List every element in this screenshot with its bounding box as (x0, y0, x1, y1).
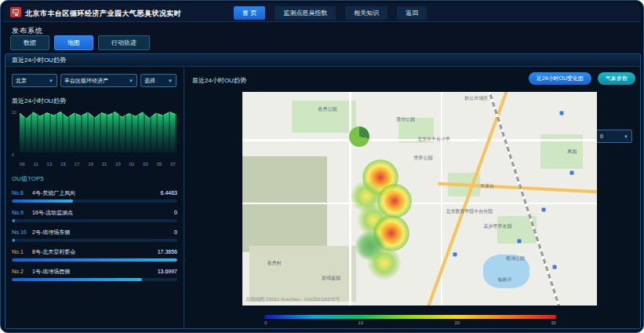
app-logo-icon (10, 7, 21, 17)
area-chart (20, 112, 176, 152)
map-section-title: 最近24小时OU趋势 (192, 76, 246, 85)
map-place-label: 北京教育学院丰台分院 (446, 208, 493, 215)
point-name: 16号-流动监测点 (32, 209, 174, 217)
chevron-down-icon: ▼ (624, 134, 628, 139)
rank-badge: No.6 (12, 190, 32, 196)
progress-fill (12, 258, 177, 262)
map-place-label: 世界公园 (414, 155, 433, 162)
tab-data[interactable]: 数据 (10, 35, 49, 50)
trend-chart-title: 最近24小时OU趋势 (12, 97, 177, 105)
x-tick: 13 (47, 162, 53, 166)
heatmap-blob (349, 126, 369, 147)
x-tick: 01 (129, 162, 135, 166)
list-item[interactable]: No.1 8号-北天堂村委会 17.3856 (12, 248, 177, 262)
app-title: 北京市丰台区循环经济产业园大气恶臭状况实时 (25, 9, 182, 19)
rank-badge: No.10 (12, 229, 32, 235)
city-select-value: 北京 (16, 77, 27, 85)
map-poi-icon (542, 207, 546, 211)
rank-badge: No.2 (12, 269, 32, 274)
map-place-label: 大葆台 (480, 182, 494, 189)
point-name: 1号-填埋场西侧 (32, 268, 158, 276)
site-select[interactable]: 选择 ▼ (140, 74, 176, 87)
point-value: 6.4463 (161, 190, 177, 196)
map-poi-icon (517, 240, 521, 243)
map-place-label: 花乡世界名园 (483, 223, 511, 230)
top5-list: No.6 4号-焚烧厂上风向 6.4463 No.9 16号-流动监测点 0 (12, 189, 177, 281)
point-name: 8号-北天堂村委会 (32, 248, 158, 256)
x-tick: 05 (157, 162, 162, 166)
map-place-label: 富锦嘉园 (322, 274, 340, 281)
list-item[interactable]: No.10 2号-填埋场东侧 0 (12, 229, 177, 242)
ou-change-chart-button[interactable]: 近24小时OU变化图 (529, 72, 591, 85)
progress-track (12, 199, 177, 203)
point-value: 0 (174, 210, 177, 215)
legend-tick: 0 (264, 320, 267, 325)
park-select[interactable]: 丰台区循环经济产 ▼ (60, 74, 137, 87)
x-tick: 17 (75, 162, 80, 166)
nav-item-odor-index[interactable]: 监测点恶臭指数 (275, 6, 336, 20)
x-tick: 09 (20, 162, 25, 166)
legend-tick: 10 (358, 320, 364, 325)
park-select-value: 丰台区循环经济产 (64, 77, 108, 85)
filter-row: 北京 ▼ 丰台区循环经济产 ▼ 选择 ▼ (12, 74, 177, 87)
app-window: 北京市丰台区循环经济产业园大气恶臭状况实时 首 页 监测点恶臭指数 相关知识 返… (0, 0, 644, 333)
tab-map[interactable]: 地图 (54, 35, 93, 50)
nav-item-back[interactable]: 返回 (397, 6, 427, 20)
map-poi-icon (552, 265, 556, 269)
map-place-label: 榆树庄 (497, 276, 511, 284)
site-select-value: 选择 (144, 77, 155, 85)
top5-title: OU值TOP5 (12, 174, 177, 183)
heatmap-blob (368, 247, 401, 280)
list-item[interactable]: No.2 1号-填埋场西侧 13.6997 (12, 268, 177, 281)
main-panel: 最近24小时OU趋势 北京 ▼ 丰台区循环经济产 ▼ 选择 ▼ 最近24小时OU… (5, 53, 641, 329)
list-item[interactable]: No.6 4号-焚烧厂上风向 6.4463 (12, 189, 177, 203)
heatmap-legend: 0102030 (264, 315, 556, 325)
rank-badge: No.1 (12, 249, 32, 254)
x-tick: 23 (115, 162, 121, 166)
map-place-label: 郭公庄地区 (464, 95, 488, 102)
left-sidebar: 北京 ▼ 丰台区循环经济产 ▼ 选择 ▼ 最近24小时OU趋势 10 0 (5, 68, 184, 328)
map-place-label: 看丹公园 (318, 105, 337, 112)
progress-track (12, 258, 177, 262)
map-place-label: 银湖公园 (506, 255, 525, 262)
x-tick: 07 (170, 162, 176, 166)
chevron-down-icon: ▼ (129, 79, 133, 83)
x-tick: 21 (102, 162, 107, 166)
map-layer-select-value: 0 (600, 134, 603, 139)
y-axis-max-label: 10 (12, 110, 16, 115)
x-tick: 15 (60, 162, 66, 166)
panel-header: 最近24小时OU趋势 (5, 54, 640, 67)
nav-item-knowledge[interactable]: 相关知识 (345, 6, 387, 20)
map-poi-icon (570, 171, 574, 175)
list-item[interactable]: No.9 16号-流动监测点 0 (12, 209, 177, 222)
point-value: 0 (174, 229, 177, 235)
map-poi-icon (559, 112, 563, 115)
tab-track[interactable]: 行动轨迹 (98, 35, 150, 50)
trend-chart: 10 0 091113151719212301030507 (12, 110, 177, 166)
x-tick: 11 (34, 162, 38, 166)
weather-params-button[interactable]: 气象参数 (598, 72, 635, 85)
map-layer-select[interactable]: 0 ▼ (596, 130, 632, 143)
legend-gradient-bar (264, 315, 556, 319)
chevron-down-icon: ▼ (49, 79, 53, 83)
header-bar: 北京市丰台区循环经济产业园大气恶臭状况实时 首 页 监测点恶臭指数 相关知识 返… (3, 3, 641, 22)
rank-badge: No.9 (12, 210, 32, 215)
x-tick: 19 (88, 162, 93, 166)
map-place-label: 果园 (567, 148, 577, 156)
legend-tick: 30 (551, 320, 556, 325)
legend-tick: 20 (454, 320, 460, 325)
nav-item-home[interactable]: 首 页 (234, 6, 265, 20)
x-axis-ticks: 091113151719212301030507 (20, 162, 176, 166)
main-nav: 首 页 监测点恶臭指数 相关知识 返回 (234, 6, 427, 20)
x-tick: 03 (143, 162, 148, 166)
map-canvas[interactable]: 看丹公园郭公庄地区景华公园北京市丰台小学世界公园大葆台北京教育学院丰台分院花乡世… (242, 92, 597, 306)
progress-fill (12, 199, 73, 203)
legend-tick-labels: 0102030 (264, 320, 556, 325)
progress-track (12, 239, 177, 242)
progress-fill (12, 239, 15, 242)
point-value: 13.6997 (158, 269, 177, 274)
progress-fill (12, 278, 142, 281)
map-poi-icon (453, 252, 457, 256)
city-select[interactable]: 北京 ▼ (12, 74, 57, 87)
y-axis-min-label: 0 (12, 152, 14, 157)
